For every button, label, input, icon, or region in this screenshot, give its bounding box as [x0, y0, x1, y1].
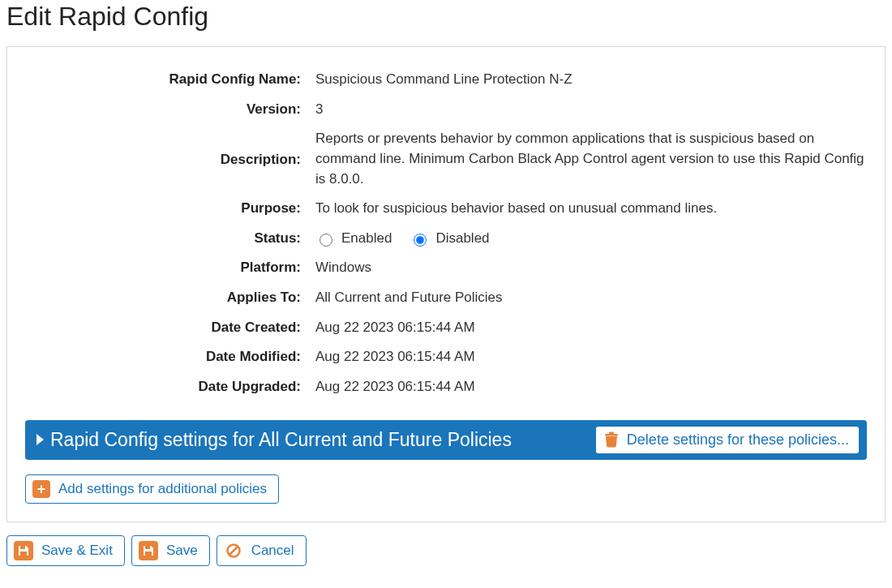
status-disabled-label: Disabled: [435, 229, 489, 249]
value-date-modified: Aug 22 2023 06:15:44 AM: [315, 347, 867, 367]
page-title: Edit Rapid Config: [6, 0, 886, 32]
save-icon: [139, 541, 158, 560]
status-enabled-option[interactable]: Enabled: [315, 229, 392, 249]
label-date-upgraded: Date Upgraded:: [25, 377, 301, 397]
caret-right-icon: [36, 434, 44, 445]
action-buttons: Save & Exit Save Cancel: [6, 535, 886, 566]
value-description: Reports or prevents behavior by common a…: [315, 129, 867, 189]
plus-icon: +: [32, 480, 50, 498]
svg-rect-3: [20, 552, 27, 556]
status-enabled-label: Enabled: [341, 229, 392, 249]
save-button[interactable]: Save: [131, 535, 210, 566]
config-panel: Rapid Config Name: Suspicious Command Li…: [6, 46, 886, 522]
config-details: Rapid Config Name: Suspicious Command Li…: [25, 70, 867, 397]
delete-settings-button[interactable]: Delete settings for these policies...: [596, 427, 859, 453]
label-name: Rapid Config Name:: [25, 70, 301, 90]
cancel-icon: [224, 541, 243, 560]
value-name: Suspicious Command Line Protection N-Z: [315, 70, 867, 90]
settings-expander[interactable]: Rapid Config settings for All Current an…: [25, 420, 867, 460]
svg-rect-4: [145, 546, 150, 549]
svg-rect-5: [145, 552, 152, 556]
save-icon: [14, 541, 33, 560]
add-settings-button[interactable]: + Add settings for additional policies: [25, 474, 279, 504]
value-status: Enabled Disabled: [315, 229, 867, 249]
label-platform: Platform:: [25, 258, 301, 278]
status-enabled-radio[interactable]: [319, 234, 332, 247]
delete-settings-label: Delete settings for these policies...: [627, 431, 849, 449]
label-description: Description:: [25, 150, 301, 168]
save-label: Save: [166, 543, 198, 559]
value-date-created: Aug 22 2023 06:15:44 AM: [315, 318, 867, 338]
svg-rect-2: [20, 546, 25, 549]
status-disabled-radio[interactable]: [414, 234, 427, 247]
value-date-upgraded: Aug 22 2023 06:15:44 AM: [315, 377, 867, 397]
save-exit-label: Save & Exit: [41, 543, 113, 559]
value-applies-to: All Current and Future Policies: [315, 288, 867, 308]
label-applies-to: Applies To:: [25, 288, 301, 308]
trash-icon: [604, 431, 619, 448]
cancel-button[interactable]: Cancel: [217, 535, 307, 566]
add-settings-label: Add settings for additional policies: [58, 481, 267, 497]
value-version: 3: [315, 100, 867, 120]
value-purpose: To look for suspicious behavior based on…: [315, 199, 867, 219]
label-purpose: Purpose:: [25, 199, 301, 219]
expander-title: Rapid Config settings for All Current an…: [50, 429, 512, 451]
cancel-label: Cancel: [251, 543, 294, 559]
svg-rect-1: [609, 432, 614, 435]
svg-line-7: [229, 547, 238, 555]
status-disabled-option[interactable]: Disabled: [410, 229, 489, 249]
label-version: Version:: [25, 100, 301, 120]
value-platform: Windows: [315, 258, 867, 278]
label-date-modified: Date Modified:: [25, 347, 301, 367]
save-exit-button[interactable]: Save & Exit: [6, 535, 125, 566]
label-date-created: Date Created:: [25, 318, 301, 338]
label-status: Status:: [25, 229, 301, 249]
